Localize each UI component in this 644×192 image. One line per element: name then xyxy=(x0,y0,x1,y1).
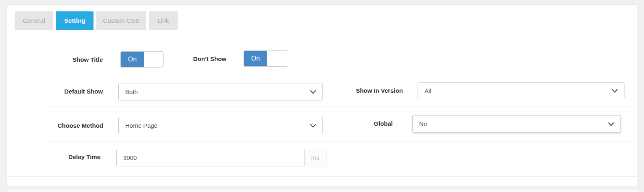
chevron-down-icon xyxy=(612,89,618,93)
row-divider xyxy=(7,176,638,177)
global-label: Global xyxy=(292,120,393,128)
toggle-off-segment xyxy=(267,51,288,66)
tab-custom-css[interactable]: Custom CSS xyxy=(96,11,146,30)
show-in-version-label: Show In Version xyxy=(292,87,403,95)
default-show-value: Both xyxy=(125,88,138,95)
default-show-label: Default Show xyxy=(7,87,103,96)
tab-link[interactable]: Link xyxy=(149,11,178,30)
choose-method-label: Choose Method xyxy=(7,122,103,130)
toggle-on-segment: On xyxy=(244,51,267,66)
tab-setting[interactable]: Setting xyxy=(56,11,94,30)
global-select[interactable]: No xyxy=(412,115,621,133)
show-in-version-select[interactable]: All xyxy=(418,82,624,99)
tab-general[interactable]: General xyxy=(15,11,53,30)
dont-show-toggle[interactable]: On xyxy=(244,50,288,67)
next-panel-top-edge xyxy=(8,190,638,192)
dont-show-label: Don't Show xyxy=(137,55,226,63)
delay-time-input[interactable] xyxy=(116,149,305,166)
chevron-down-icon xyxy=(608,122,614,126)
show-in-version-value: All xyxy=(424,87,431,94)
row-divider xyxy=(47,142,635,142)
global-value: No xyxy=(419,120,427,127)
choose-method-value: Home Page xyxy=(125,122,157,129)
row-divider xyxy=(47,107,635,107)
show-title-label: Show Title xyxy=(7,56,103,64)
row-divider xyxy=(7,75,638,75)
delay-time-unit-addon: ms xyxy=(305,149,326,166)
settings-panel: General Setting Custom CSS Link Show Tit… xyxy=(7,4,638,186)
delay-time-label: Delay Time xyxy=(7,153,100,161)
